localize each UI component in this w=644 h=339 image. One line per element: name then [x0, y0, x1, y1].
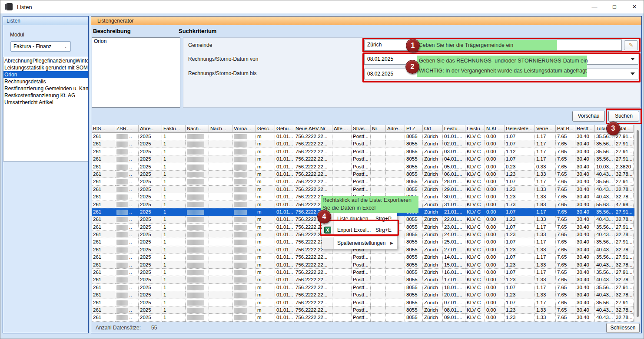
context-menu-item[interactable]: Spalteneinstellungen▶	[322, 237, 397, 249]
table-cell: 30.40	[575, 314, 595, 321]
redacted-value	[116, 225, 128, 230]
schliessen-button[interactable]: Schliessen	[606, 323, 640, 333]
table-cell	[232, 306, 256, 314]
table-cell: 1.33	[535, 231, 556, 238]
redacted-value	[187, 315, 204, 320]
table-cell: 261	[92, 216, 115, 223]
column-header[interactable]: Abre...	[139, 125, 162, 133]
list-item[interactable]: Rechnungsdetails	[3, 78, 88, 85]
table-row[interactable]: 261 ..20251m01.01...756.2222.22...Postf.…	[92, 284, 634, 291]
vorschau-button[interactable]: Vorschau	[572, 111, 605, 122]
column-header[interactable]: Stras...	[352, 125, 371, 133]
redacted-value	[187, 285, 204, 290]
table-cell: ..	[115, 276, 139, 283]
list-item[interactable]: Restfinanzierung Gemeinden u. Kanton	[3, 85, 88, 92]
column-header[interactable]: N-KL...	[485, 125, 505, 133]
list-item[interactable]: Restkostenfinanzierung Kt. AG	[3, 92, 88, 99]
table-cell: Postf...	[352, 314, 371, 321]
dropdown-arrow-icon[interactable]	[631, 58, 635, 60]
table-row[interactable]: 261 ..20251m01.01...756.2222.22...Postf.…	[92, 261, 634, 269]
table-cell: 1	[162, 238, 186, 246]
table-cell	[332, 140, 352, 148]
scrollbar-thumb[interactable]	[637, 130, 639, 317]
menu-item-label: Export Excel...	[334, 227, 375, 233]
table-cell: 0.00	[485, 186, 505, 193]
close-button[interactable]: ✕	[625, 0, 644, 13]
redacted-value	[234, 277, 247, 283]
maximize-button[interactable]: □	[605, 0, 624, 13]
redacted-value	[234, 240, 247, 245]
table-cell: 30.40	[575, 163, 595, 171]
table-row[interactable]: 261 ..20251m01.01...756.2222.22...Postf.…	[92, 314, 634, 321]
table-cell: 2025	[139, 178, 162, 185]
table-cell	[209, 306, 232, 314]
list-item[interactable]: Umsatzbericht Artikel	[3, 99, 88, 106]
list-item[interactable]: AbrechnungPflegefinanzierungWinterthur	[3, 57, 88, 64]
column-header[interactable]: Geleistete ...	[505, 125, 535, 133]
table-cell: 261	[92, 269, 115, 276]
table-row[interactable]: 261 ..20251m01.01...756.2222.22...Postf.…	[92, 148, 634, 155]
table-row[interactable]: 261 ..20251m01.01...756.2222.22...Postf.…	[92, 306, 634, 314]
table-row[interactable]: 261 ..20251m01.01...756.2222.22...Postf.…	[92, 291, 634, 299]
vertical-scrollbar[interactable]	[634, 125, 640, 322]
column-header[interactable]: PLZ	[405, 125, 423, 133]
column-header[interactable]: Vorna...	[232, 125, 256, 133]
suchen-button[interactable]: Suchen	[608, 111, 639, 122]
table-cell: 27.91...	[614, 238, 634, 246]
datum-bis-value: 08.02.2025	[367, 71, 393, 77]
table-row[interactable]: 261 ..20251m01.01...756.2222.22...Postf.…	[92, 276, 634, 283]
minimize-button[interactable]: —	[585, 0, 604, 13]
column-header[interactable]: ZSR-...	[115, 125, 139, 133]
redacted-value	[187, 240, 204, 245]
table-cell: Zürich	[423, 148, 443, 155]
table-cell: KLV C	[465, 299, 485, 306]
table-row[interactable]: 261 ..20251m01.01...756.2222.22...Postf.…	[92, 133, 634, 140]
redacted-value	[116, 210, 128, 215]
table-cell: ..	[115, 171, 139, 178]
table-cell: 01.01...	[275, 314, 294, 321]
dropdown-arrow-icon[interactable]	[631, 72, 635, 75]
column-header[interactable]: Leistu...	[465, 125, 485, 133]
column-header[interactable]: Ort	[423, 125, 443, 133]
context-menu-item[interactable]: XExport Excel...Strg+E	[322, 224, 397, 236]
table-cell: 1	[162, 231, 186, 238]
modul-dropdown[interactable]: Faktura - Finanz ⌄	[10, 41, 71, 52]
context-menu-item[interactable]: Liste drucken...Strg+P	[322, 213, 397, 224]
table-row[interactable]: 261 ..20251m01.01...756.2222.22...Postf.…	[92, 171, 634, 178]
column-header[interactable]: Faktu...	[162, 125, 186, 133]
column-header[interactable]: Leistu...	[443, 125, 465, 133]
column-header[interactable]: Neue AHV-Nr.	[294, 125, 332, 133]
table-cell: 1.17	[535, 178, 556, 185]
list-item[interactable]: Orion	[3, 71, 88, 78]
column-header[interactable]: Nach...	[186, 125, 209, 133]
table-cell	[386, 186, 405, 193]
table-cell: Zürich	[423, 246, 443, 253]
table-row[interactable]: 261 ..20251m01.01...756.2222.22...Postf.…	[92, 155, 634, 163]
column-header[interactable]: Gesc...	[256, 125, 275, 133]
column-header[interactable]: Nach...	[209, 125, 232, 133]
table-row[interactable]: 261 ..20251m01.01...756.2222.22...Postf.…	[92, 163, 634, 171]
column-header[interactable]: Pat.B...	[556, 125, 575, 133]
table-cell: m	[256, 201, 275, 208]
gemeinde-edit-button[interactable]: ✎	[624, 40, 638, 50]
table-row[interactable]: 261 ..20251m01.01...756.2222.22...Postf.…	[92, 299, 634, 306]
table-cell: 31.01....	[443, 201, 465, 208]
column-header[interactable]: Verre...	[535, 125, 556, 133]
column-header[interactable]: Gebu...	[275, 125, 294, 133]
column-header[interactable]: Alte ...	[332, 125, 352, 133]
column-header[interactable]: Nr.	[371, 125, 386, 133]
table-row[interactable]: 261 ..20251m01.01...756.2222.22...Postf.…	[92, 178, 634, 185]
table-cell: 30.01....	[443, 193, 465, 201]
column-header[interactable]: Restf...	[575, 125, 595, 133]
table-row[interactable]: 261 ..20251m01.01...756.2222.22...Postf.…	[92, 140, 634, 148]
table-row[interactable]: 261 ..20251m01.01...756.2222.22...Postf.…	[92, 269, 634, 276]
table-cell: m	[256, 231, 275, 238]
table-row[interactable]: 261 ..20251m01.01...756.2222.22...Postf.…	[92, 253, 634, 261]
list-item[interactable]: Orion	[92, 38, 180, 45]
list-item[interactable]: Leistungsstatistik gerundet mit SOMED T	[3, 64, 88, 71]
table-row[interactable]: 261 ..20251m01.01...756.2222.22...Postf.…	[92, 186, 634, 193]
column-header[interactable]: BfS ...	[92, 125, 115, 133]
table-cell: 8055	[405, 299, 423, 306]
column-header[interactable]: Adre...	[386, 125, 405, 133]
table-cell: 261	[92, 171, 115, 178]
